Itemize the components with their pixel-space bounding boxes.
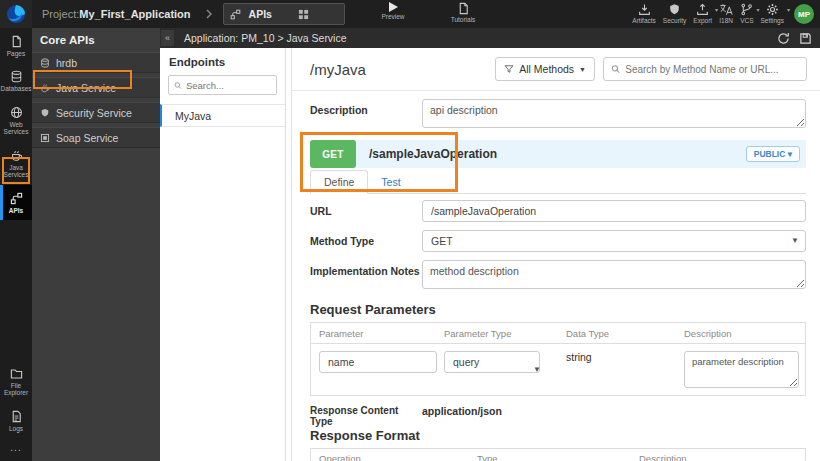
core-api-item-hrdb[interactable]: hrdb [32,52,160,73]
core-api-item-security-service[interactable]: Security Service [32,102,160,123]
core-api-item-java-service[interactable]: Java Service [32,77,160,98]
save-icon[interactable] [799,32,812,45]
gear-icon [766,3,779,16]
databases-label: Databases [0,85,31,92]
database-icon [10,70,23,83]
sidebar-more-button[interactable]: ... [0,438,32,461]
branch-icon [740,3,753,16]
artifacts-button[interactable]: Artifacts [632,3,655,24]
globe-icon [10,106,23,119]
collapse-panel-button[interactable]: « [161,30,174,46]
core-api-item-soap-service[interactable]: Soap Service [32,127,160,148]
project-breadcrumb[interactable]: Project:My_First_Application [42,8,191,20]
translate-icon [719,3,733,16]
request-parameters-header: Parameter Parameter Type Data Type Descr… [311,323,805,344]
parameter-description-input[interactable]: parameter description [684,351,799,388]
core-apis-title: Core APIs [40,34,95,46]
apis-label: APIs [9,207,23,214]
sidebar-item-databases[interactable]: Databases [0,63,32,98]
topbar-actions: Artifacts Security ▾ Export [632,0,814,28]
sidebar-item-apis[interactable]: APIs [0,185,32,220]
sidebar-item-file-explorer[interactable]: File Explorer [0,360,32,403]
method-search-input[interactable] [625,64,799,75]
filter-icon [504,64,514,74]
refresh-icon[interactable] [777,32,790,45]
wavemaker-logo[interactable] [0,0,32,28]
response-content-type-row: Response Content Type application/json [310,405,806,427]
file-explorer-label: File Explorer [4,382,28,397]
apis-tab-label: APIs [249,8,272,20]
method-search[interactable] [603,57,807,81]
preview-button[interactable]: Preview [372,2,414,20]
caret-down-icon: ▾ [756,6,759,13]
settings-button[interactable]: ▾ Settings [761,3,785,24]
tutorials-button[interactable]: Tutorials [440,2,486,23]
sidebar-item-logs[interactable]: Logs [0,403,32,438]
url-input[interactable] [422,200,806,222]
description-input[interactable]: api description [422,99,806,128]
web-services-label: Web Services [4,121,29,136]
tab-apis[interactable]: APIs [223,3,345,25]
panel-scrollbar-gutter[interactable] [287,48,292,461]
all-methods-filter[interactable]: All Methods ▼ [495,57,595,81]
pages-label: Pages [7,50,25,57]
soap-icon [40,133,50,143]
visibility-label: PUBLIC [754,149,786,159]
endpoints-title: Endpoints [160,48,285,75]
url-label: URL [310,200,422,222]
col-type: Type [469,449,631,461]
apis-icon [10,192,23,205]
col-data-type: Data Type [558,323,676,343]
endpoints-search-input[interactable] [186,80,271,91]
sidebar-item-java-services[interactable]: Java Services [0,142,32,185]
left-icon-sidebar: Pages Databases Web Services Java Servic… [0,28,32,461]
i18n-button[interactable]: I18N [719,3,733,24]
response-format-header: Operation Type Description [311,449,805,461]
vcs-button[interactable]: ▾ VCS [740,3,753,24]
parameter-type-select[interactable]: query [444,351,540,373]
endpoint-item-myjava[interactable]: MyJava [160,104,285,127]
col-description: Description [631,449,805,461]
search-icon [174,81,182,90]
method-type-select[interactable]: GET [422,230,806,252]
endpoints-panel: Endpoints MyJava [160,48,286,461]
implementation-notes-label: Implementation Notes [310,260,422,293]
visibility-dropdown[interactable]: PUBLIC ▾ [746,146,800,162]
wavemaker-logo-icon [6,4,26,24]
operation-row[interactable]: GET /sampleJavaOperation PUBLIC ▾ [310,140,806,168]
download-icon [638,3,651,16]
tab-define[interactable]: Define [310,170,368,194]
database-icon [40,58,50,68]
parameter-data-type: string [558,344,676,395]
folder-icon [10,367,23,380]
application-breadcrumb: Application: PM_10 > Java Service [184,32,347,44]
i18n-label: I18N [719,17,733,24]
application-breadcrumb-bar: « Application: PM_10 > Java Service [160,28,820,48]
method-type-label: Method Type [310,230,422,252]
description-label: Description [310,99,422,132]
shield-icon [40,108,50,118]
pages-icon [10,35,23,48]
response-content-type-label: Response Content Type [310,405,422,427]
security-button[interactable]: Security [663,3,686,24]
vcs-label: VCS [740,17,753,24]
core-api-label: Soap Service [56,132,118,144]
sidebar-item-pages[interactable]: Pages [0,28,32,63]
caret-down-icon: ▾ [715,6,718,13]
app-window: Project:My_First_Application APIs Previe… [0,0,820,461]
tab-test[interactable]: Test [368,171,413,193]
apis-connector-icon [230,9,241,20]
url-row: URL [310,200,806,222]
java-services-label: Java Services [4,164,29,179]
sidebar-item-web-services[interactable]: Web Services [0,99,32,142]
grid-icon[interactable] [298,9,309,20]
project-label: Project: [42,8,79,20]
endpoints-search[interactable] [168,75,277,95]
implementation-notes-input[interactable]: method description [422,260,806,289]
user-avatar[interactable]: MP [794,4,814,24]
parameter-name-input[interactable] [319,351,437,373]
document-icon [457,2,470,15]
shield-icon [668,3,681,16]
export-button[interactable]: ▾ Export [693,3,712,24]
col-description: Description [676,323,805,343]
